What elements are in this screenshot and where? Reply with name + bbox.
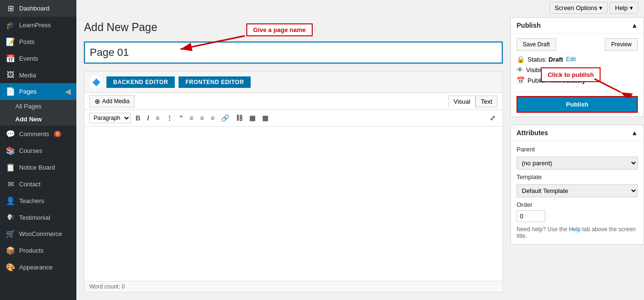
fullscreen-button[interactable]: ⤢ — [488, 113, 497, 123]
chevron-down-icon: ▾ — [630, 4, 633, 11]
right-sidebar: Publish ▲ Save Draft Preview 🔒 Status: D… — [510, 0, 644, 300]
help-link[interactable]: Help — [569, 226, 581, 233]
blockquote-button[interactable]: " — [178, 113, 185, 123]
teachers-icon: 👤 — [6, 196, 15, 205]
align-left-button[interactable]: ≡ — [188, 113, 195, 123]
save-draft-button[interactable]: Save Draft — [517, 38, 556, 51]
sidebar-item-notice-board[interactable]: 📋 Notice Board — [0, 159, 76, 176]
frontend-editor-button[interactable]: FRONTEND EDITOR — [179, 76, 251, 88]
status-row: 🔒 Status: Draft Edit — [517, 55, 638, 63]
attributes-box-header[interactable]: Attributes ▲ — [511, 125, 644, 141]
sidebar-item-testimonial[interactable]: 🗣 Testimonial — [0, 209, 76, 225]
editor-tabs: Visual Text — [448, 96, 497, 107]
word-count-bar: Word count: 0 — [84, 281, 502, 292]
publish-button[interactable]: Publish — [517, 96, 638, 113]
order-input[interactable] — [517, 210, 545, 222]
learnpress-icon: 🎓 — [6, 21, 15, 30]
pages-icon: 📄 — [6, 87, 15, 96]
chevron-down-icon: ▾ — [599, 4, 602, 11]
paragraph-select[interactable]: Paragraph Heading 1 Heading 2 Heading 3 — [89, 113, 131, 123]
sidebar-item-posts[interactable]: 📝 Posts — [0, 33, 76, 50]
screen-options-button[interactable]: Screen Options ▾ — [549, 2, 608, 14]
appearance-icon: 🎨 — [6, 263, 15, 272]
backend-editor-button[interactable]: BACKEND EDITOR — [106, 76, 175, 88]
collapse-icon: ▲ — [631, 129, 638, 137]
unlink-button[interactable]: ⛓ — [234, 113, 244, 123]
sidebar-item-label: WooCommerce — [19, 230, 62, 237]
template-select[interactable]: Default Template — [517, 184, 638, 197]
sidebar-item-learnpress[interactable]: 🎓 LearnPress — [0, 17, 76, 33]
contact-icon: ✉ — [6, 180, 15, 189]
posts-icon: 📝 — [6, 37, 15, 46]
sidebar: ⊞ Dashboard 🎓 LearnPress 📝 Posts 📅 Event… — [0, 0, 76, 300]
parent-label: Parent — [517, 146, 638, 153]
page-name-input[interactable] — [84, 42, 503, 64]
unordered-list-button[interactable]: ≡ — [154, 113, 161, 123]
save-preview-row: Save Draft Preview — [517, 38, 638, 51]
editor-logo-icon: 🔷 — [89, 75, 103, 89]
help-button[interactable]: Help ▾ — [610, 2, 638, 14]
editor-toolbar: Paragraph Heading 1 Heading 2 Heading 3 … — [84, 110, 502, 127]
publish-footer: Click to publish Publish — [511, 92, 644, 117]
insert-row-button[interactable]: ▦ — [247, 113, 257, 123]
events-icon: 📅 — [6, 54, 15, 63]
main-content: Add New Page Give a page name 🔷 BACKEND … — [76, 0, 510, 300]
click-to-publish-callout: Click to publish — [541, 67, 601, 82]
media-icon: 🖼 — [6, 71, 15, 79]
sidebar-item-courses[interactable]: 📚 Courses — [0, 142, 76, 159]
sidebar-item-events[interactable]: 📅 Events — [0, 50, 76, 67]
sidebar-item-label: Products — [19, 247, 43, 254]
italic-button[interactable]: I — [145, 113, 151, 123]
sidebar-item-contact[interactable]: ✉ Contact — [0, 176, 76, 193]
tab-visual[interactable]: Visual — [448, 96, 475, 107]
sidebar-item-label: Pages — [19, 88, 37, 95]
editor-body[interactable] — [84, 127, 502, 281]
editor-top-bar: 🔷 BACKEND EDITOR FRONTEND EDITOR — [84, 72, 502, 93]
sidebar-item-woocommerce[interactable]: 🛒 WooCommerce — [0, 225, 76, 242]
parent-select[interactable]: (no parent) — [517, 157, 638, 170]
order-label: Order — [517, 201, 638, 208]
sidebar-item-label: Notice Board — [19, 164, 55, 171]
help-label: Help — [615, 4, 628, 11]
editor-area: 🔷 BACKEND EDITOR FRONTEND EDITOR ⊕ Add M… — [84, 71, 503, 292]
sidebar-sub-all-pages[interactable]: All Pages — [0, 100, 76, 113]
sidebar-item-label: LearnPress — [19, 21, 51, 29]
ordered-list-button[interactable]: ⋮ — [164, 113, 175, 123]
dashboard-icon: ⊞ — [6, 4, 15, 13]
sidebar-item-appearance[interactable]: 🎨 Appearance — [0, 259, 76, 276]
pages-arrow-icon: ◀ — [65, 87, 71, 96]
link-button[interactable]: 🔗 — [219, 113, 231, 123]
align-center-button[interactable]: ≡ — [198, 113, 206, 123]
screen-options-label: Screen Options — [555, 4, 598, 11]
bold-button[interactable]: B — [134, 113, 142, 123]
page-name-section: Give a page name — [84, 42, 503, 64]
preview-button[interactable]: Preview — [605, 38, 638, 51]
comments-badge: 8 — [54, 131, 62, 137]
status-edit-link[interactable]: Edit — [566, 56, 576, 63]
comments-icon: 💬 — [6, 129, 15, 139]
sidebar-item-label: Contact — [19, 181, 41, 188]
template-label: Template — [517, 173, 638, 181]
sidebar-sub-add-new[interactable]: Add New — [0, 113, 76, 126]
sidebar-item-label: Posts — [19, 38, 35, 45]
align-right-button[interactable]: ≡ — [209, 113, 216, 123]
sidebar-item-comments[interactable]: 💬 Comments 8 — [0, 126, 76, 142]
sidebar-item-label: Courses — [19, 147, 42, 154]
add-media-button[interactable]: ⊕ Add Media — [89, 95, 135, 107]
products-icon: 📦 — [6, 246, 15, 255]
tab-text[interactable]: Text — [475, 96, 497, 107]
sidebar-item-teachers[interactable]: 👤 Teachers — [0, 193, 76, 209]
sidebar-item-media[interactable]: 🖼 Media — [0, 67, 76, 83]
sidebar-item-products[interactable]: 📦 Products — [0, 242, 76, 259]
sidebar-item-dashboard[interactable]: ⊞ Dashboard — [0, 0, 76, 17]
sidebar-item-label: Events — [19, 55, 38, 62]
sidebar-item-pages[interactable]: 📄 Pages ◀ — [0, 83, 76, 100]
add-media-icon: ⊕ — [95, 97, 100, 105]
testimonial-icon: 🗣 — [6, 213, 15, 222]
table-button[interactable]: ▦ — [260, 113, 270, 123]
sidebar-item-label: Dashboard — [19, 5, 50, 12]
media-tabs-bar: ⊕ Add Media Visual Text — [84, 93, 502, 110]
publish-box: Publish ▲ Save Draft Preview 🔒 Status: D… — [510, 17, 644, 117]
publish-box-body: Save Draft Preview 🔒 Status: Draft Edit … — [511, 33, 644, 92]
publish-box-header[interactable]: Publish ▲ — [511, 18, 644, 33]
